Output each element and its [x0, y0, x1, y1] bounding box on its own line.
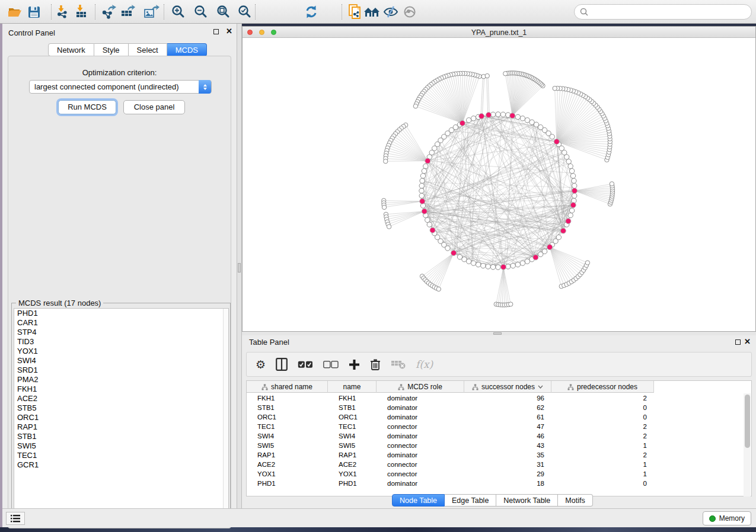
network-node[interactable] [436, 287, 441, 291]
network-node[interactable] [419, 188, 424, 193]
table-cell[interactable]: SWI5 [247, 442, 328, 449]
network-node[interactable] [425, 217, 430, 222]
float-panel-icon[interactable] [735, 339, 741, 345]
table-cell[interactable]: ACE2 [328, 461, 377, 468]
network-node[interactable] [529, 120, 534, 124]
close-panel-button[interactable]: Close panel [123, 100, 185, 114]
table-row[interactable]: ORC1ORC1dominator610 [247, 412, 744, 422]
hide-selected-button[interactable] [382, 4, 400, 20]
column-header-shared-name[interactable]: shared name [247, 381, 328, 393]
save-session-button[interactable] [25, 4, 43, 20]
table-cell[interactable]: TEC1 [328, 423, 377, 430]
vertical-splitter[interactable] [237, 24, 242, 508]
search-box[interactable] [574, 4, 752, 20]
network-node[interactable] [423, 164, 428, 168]
table-cell[interactable]: 31 [464, 461, 551, 468]
table-cell[interactable]: SWI5 [328, 442, 377, 449]
mcds-result-item[interactable]: FKH1 [14, 384, 228, 394]
mcds-result-item[interactable]: CAR1 [14, 318, 228, 328]
mcds-hub-node[interactable] [554, 139, 559, 145]
columns-icon[interactable] [276, 358, 288, 371]
network-node[interactable] [422, 168, 426, 173]
network-node[interactable] [466, 259, 471, 264]
tab-mcds[interactable]: MCDS [167, 43, 207, 56]
table-cell[interactable]: 35 [464, 451, 551, 459]
table-cell[interactable]: dominator [377, 395, 464, 402]
table-cell[interactable]: 2 [551, 395, 654, 402]
vertical-splitter-handle[interactable] [238, 263, 241, 273]
table-cell[interactable]: connector [377, 442, 464, 449]
run-mcds-button[interactable]: Run MCDS [58, 100, 116, 114]
table-cell[interactable]: 29 [464, 470, 551, 477]
close-panel-icon[interactable]: ✕ [226, 26, 232, 36]
table-row[interactable]: SWI5SWI5connector431 [247, 441, 744, 450]
deselect-all-icon[interactable] [323, 361, 339, 368]
table-row[interactable]: TEC1TEC1connector472 [247, 422, 744, 431]
table-cell[interactable]: FKH1 [247, 395, 328, 402]
mcds-result-item[interactable]: ACE2 [14, 394, 228, 403]
mcds-hub-node[interactable] [479, 114, 484, 119]
network-node[interactable] [515, 114, 520, 119]
mcds-result-list[interactable]: PHD1CAR1STP4TID3YOX1SWI4SRD1PMA2FKH1ACE2… [14, 308, 229, 519]
network-node[interactable] [445, 246, 450, 251]
network-node[interactable] [515, 262, 520, 267]
table-cell[interactable]: SWI4 [328, 432, 377, 440]
network-node[interactable] [566, 159, 571, 164]
mcds-result-item[interactable]: PMA2 [14, 375, 228, 384]
zoom-fit-button[interactable] [215, 4, 232, 20]
mcds-hub-node[interactable] [560, 228, 566, 233]
mcds-hub-node[interactable] [425, 158, 430, 164]
table-cell[interactable]: 43 [464, 442, 551, 449]
network-node[interactable] [503, 72, 508, 76]
table-cell[interactable]: 46 [464, 432, 551, 440]
table-cell[interactable]: PHD1 [328, 480, 377, 487]
table-row[interactable]: RAP1RAP1dominator352 [247, 450, 744, 460]
network-node[interactable] [556, 235, 561, 239]
tab-edge-table[interactable]: Edge Table [445, 494, 496, 507]
network-node[interactable] [511, 263, 515, 268]
network-node[interactable] [471, 116, 476, 121]
network-node[interactable] [569, 168, 574, 173]
table-cell[interactable]: PHD1 [247, 480, 328, 487]
result-list-scrollbar[interactable] [223, 309, 228, 518]
network-node[interactable] [610, 182, 614, 186]
tab-motifs[interactable]: Motifs [558, 494, 592, 507]
mcds-hub-node[interactable] [547, 245, 553, 250]
network-node[interactable] [568, 164, 573, 168]
network-node[interactable] [413, 104, 417, 108]
network-node[interactable] [382, 205, 386, 209]
mcds-result-item[interactable]: PHD1 [14, 309, 228, 318]
mcds-result-item[interactable]: STP4 [14, 328, 228, 337]
table-cell[interactable]: YOX1 [328, 470, 377, 477]
network-node[interactable] [500, 112, 505, 117]
mcds-hub-node[interactable] [566, 219, 571, 224]
network-node[interactable] [481, 263, 486, 268]
table-row[interactable]: ACE2ACE2connector311 [247, 460, 744, 469]
table-cell[interactable]: RAP1 [247, 451, 328, 459]
mcds-hub-node[interactable] [570, 203, 576, 208]
table-cell[interactable]: 0 [551, 480, 654, 487]
mcds-result-item[interactable]: TEC1 [14, 451, 228, 460]
mcds-hub-node[interactable] [533, 255, 538, 260]
network-node[interactable] [572, 193, 577, 198]
network-node[interactable] [384, 159, 388, 164]
column-header-name[interactable]: name [328, 381, 377, 393]
table-cell[interactable]: dominator [377, 432, 464, 440]
mcds-result-item[interactable]: YOX1 [14, 347, 228, 356]
mcds-hub-node[interactable] [451, 251, 457, 256]
table-cell[interactable]: YOX1 [247, 470, 328, 477]
add-column-icon[interactable] [349, 359, 360, 370]
table-cell[interactable]: 0 [551, 404, 654, 411]
table-cell[interactable]: connector [377, 470, 464, 477]
export-table-button[interactable] [119, 4, 136, 20]
task-history-button[interactable] [6, 512, 25, 525]
mcds-result-item[interactable]: RAP1 [14, 422, 228, 432]
table-cell[interactable]: 0 [551, 414, 654, 421]
tab-style[interactable]: Style [94, 43, 129, 56]
search-input[interactable] [588, 8, 746, 16]
tab-select[interactable]: Select [129, 43, 167, 56]
network-window-titlebar[interactable]: YPA_prune.txt_1 [243, 27, 755, 38]
network-node[interactable] [420, 178, 425, 183]
tab-network[interactable]: Network [48, 43, 94, 56]
export-image-button[interactable] [142, 4, 160, 20]
